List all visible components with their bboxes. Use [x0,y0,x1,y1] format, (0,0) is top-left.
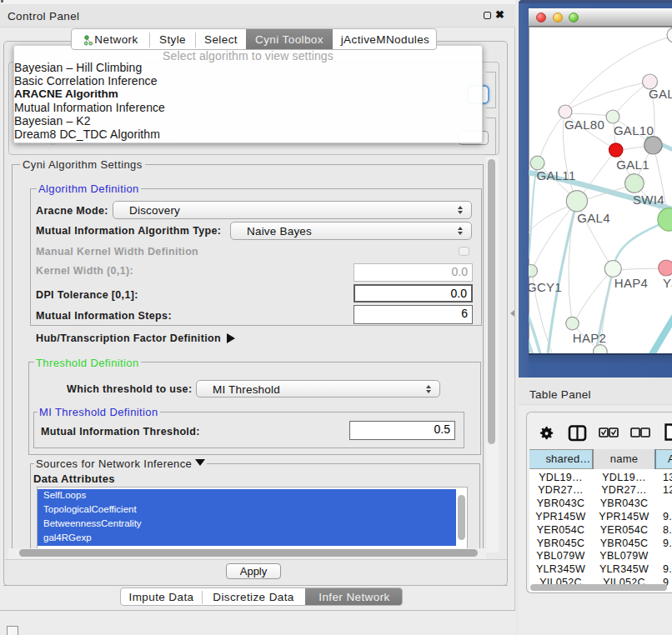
svg-text:GCY1: GCY1 [529,280,562,294]
svg-text:SWI4: SWI4 [633,192,664,207]
svg-text:GAL11: GAL11 [536,168,575,182]
svg-text:HAP4: HAP4 [614,276,648,290]
svg-text:GAL80: GAL80 [564,118,604,132]
svg-text:GAL1: GAL1 [616,158,649,172]
svg-text:YJL: YJL [663,276,672,290]
svg-text:GAL7: GAL7 [649,87,672,101]
svg-text:HAP2: HAP2 [573,331,606,345]
svg-text:GAL4: GAL4 [577,211,610,225]
svg-text:GAL10: GAL10 [614,123,654,138]
